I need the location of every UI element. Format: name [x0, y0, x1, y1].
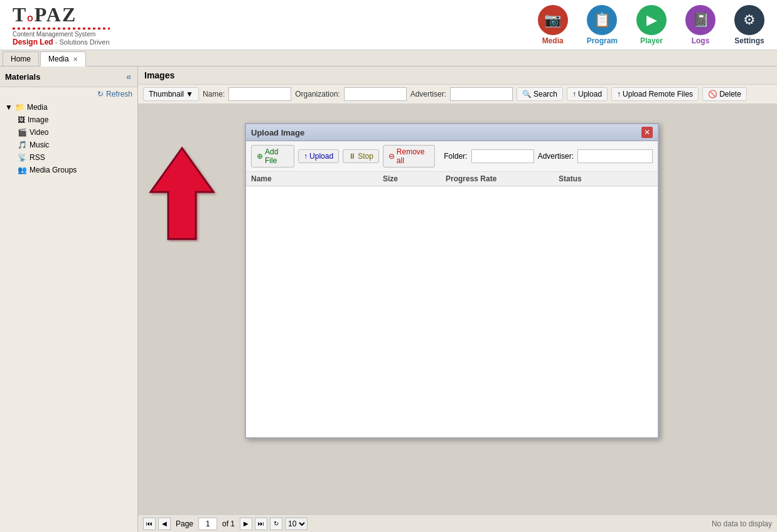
add-file-icon: ⊕ — [257, 152, 263, 161]
arrow-annotation — [144, 142, 220, 244]
tree-music[interactable]: 🎵 Music — [13, 139, 137, 151]
no-data-label: No data to display — [712, 519, 772, 528]
toolbar: Thumbnail ▼ Name: Organization: Advertis… — [138, 85, 777, 104]
reload-button[interactable]: ↻ — [270, 518, 282, 530]
nav-icons: 📷 Media 📋 Program ▶ Player 📓 Logs ⚙ Sett… — [538, 5, 764, 45]
name-label: Name: — [203, 90, 225, 98]
refresh-label: Refresh — [106, 90, 132, 98]
tab-bar: Home Media ✕ — [0, 50, 777, 66]
tree-children: 🖼 Image 🎬 Video 🎵 Music 📡 RSS 👥 Media Gr… — [0, 114, 137, 176]
nav-media[interactable]: 📷 Media — [538, 5, 568, 45]
nav-logs[interactable]: 📓 Logs — [685, 5, 715, 45]
tree-media-groups-label: Media Groups — [29, 166, 77, 174]
add-file-label: Add File — [265, 147, 289, 165]
tree-image-label: Image — [28, 115, 48, 124]
media-icon-circle: 📷 — [538, 5, 568, 35]
tab-media-close[interactable]: ✕ — [73, 56, 78, 63]
org-label: Organization: — [295, 90, 340, 98]
dialog-title: Upload Image — [251, 128, 304, 137]
delete-button[interactable]: 🚫 Delete — [702, 87, 747, 101]
tree-media-root[interactable]: ▼ 📁 Media — [0, 101, 137, 114]
program-icon-circle: 📋 — [587, 5, 617, 35]
logo-area: TOPAZ Content Management System Design L… — [13, 3, 110, 46]
dialog-close-button[interactable]: ✕ — [641, 127, 653, 138]
tab-home[interactable]: Home — [3, 51, 39, 66]
sidebar-title: Materials — [5, 72, 40, 82]
sidebar: Materials « ↻ Refresh ▼ 📁 Media 🖼 Image … — [0, 66, 138, 532]
dialog-advertiser-input[interactable] — [577, 149, 653, 163]
last-page-button[interactable]: ⏭ — [255, 518, 267, 530]
folder-input[interactable] — [471, 149, 534, 163]
logs-icon-circle: 📓 — [685, 5, 715, 35]
sidebar-refresh-button[interactable]: ↻ Refresh — [0, 87, 137, 101]
thumbnail-dropdown-icon: ▼ — [186, 90, 193, 98]
nav-settings-label: Settings — [734, 36, 764, 45]
folder-icon: 📁 — [15, 103, 24, 112]
logo-text: TOPAZ — [13, 3, 110, 26]
content-header: Images — [138, 66, 777, 85]
dialog-titlebar: Upload Image ✕ — [246, 124, 658, 141]
delete-label: Delete — [719, 90, 741, 98]
nav-settings[interactable]: ⚙ Settings — [734, 5, 764, 45]
svg-marker-0 — [151, 148, 213, 239]
dialog-upload-label: Upload — [309, 152, 333, 161]
first-page-button[interactable]: ⏮ — [143, 518, 156, 530]
main-layout: Materials « ↻ Refresh ▼ 📁 Media 🖼 Image … — [0, 66, 777, 532]
upload-remote-button[interactable]: ↑ Upload Remote Files — [611, 87, 699, 101]
nav-media-label: Media — [542, 36, 564, 45]
media-groups-icon: 👥 — [18, 166, 27, 174]
player-icon-circle: ▶ — [636, 5, 667, 35]
tree-video[interactable]: 🎬 Video — [13, 126, 137, 139]
page-size-select[interactable]: 10 25 50 — [285, 518, 308, 530]
delete-icon: 🚫 — [708, 90, 717, 98]
dialog-stop-button[interactable]: ⏸ Stop — [343, 149, 379, 163]
nav-player-label: Player — [640, 36, 663, 45]
logo-tagline: Design Led - Solutions Driven — [13, 38, 110, 46]
thumbnail-button[interactable]: Thumbnail ▼ — [143, 87, 199, 101]
org-input[interactable] — [344, 87, 407, 101]
prev-page-button[interactable]: ◀ — [158, 518, 171, 530]
dialog-table-header: Name Size Progress Rate Status — [246, 172, 658, 186]
nav-program-label: Program — [587, 36, 618, 45]
sidebar-collapse-button[interactable]: « — [125, 70, 132, 83]
arrow-svg — [144, 142, 220, 242]
upload-remote-label: Upload Remote Files — [623, 90, 693, 98]
upload-button[interactable]: ↑ Upload — [567, 87, 608, 101]
upload-label: Upload — [578, 90, 602, 98]
next-page-button[interactable]: ▶ — [240, 518, 252, 530]
upload-dialog: Upload Image ✕ ⊕ Add File ↑ Upload ⏸ Sto… — [245, 123, 659, 439]
nav-player[interactable]: ▶ Player — [636, 5, 667, 45]
tab-media[interactable]: Media ✕ — [40, 51, 86, 66]
page-of-label: of 1 — [222, 519, 235, 528]
col-status: Status — [559, 174, 634, 183]
dialog-toolbar: ⊕ Add File ↑ Upload ⏸ Stop ⊖ Remove all — [246, 141, 658, 172]
upload-remote-icon: ↑ — [617, 90, 621, 98]
col-actions — [634, 174, 653, 183]
col-size: Size — [383, 174, 446, 183]
video-icon: 🎬 — [18, 128, 27, 137]
sidebar-header: Materials « — [0, 66, 137, 87]
tree-rss[interactable]: 📡 RSS — [13, 151, 137, 164]
page-number-input[interactable]: 1 — [198, 518, 217, 530]
dialog-upload-button[interactable]: ↑ Upload — [298, 149, 339, 163]
dialog-remove-all-button[interactable]: ⊖ Remove all — [383, 145, 435, 168]
tree-image[interactable]: 🖼 Image — [13, 114, 137, 126]
dialog-body — [246, 186, 658, 437]
logo-underline — [13, 28, 110, 29]
main-content: Upload Image ✕ ⊕ Add File ↑ Upload ⏸ Sto… — [138, 104, 777, 514]
tab-media-label: Media — [48, 55, 69, 63]
stop-icon: ⏸ — [348, 152, 356, 161]
nav-logs-label: Logs — [692, 36, 710, 45]
tree-media-groups[interactable]: 👥 Media Groups — [13, 164, 137, 176]
dialog-remove-all-label: Remove all — [397, 147, 429, 165]
search-button[interactable]: 🔍 Search — [517, 87, 563, 101]
refresh-icon: ↻ — [97, 90, 104, 98]
page-label: Page — [176, 519, 193, 528]
nav-program[interactable]: 📋 Program — [587, 5, 618, 45]
thumbnail-label: Thumbnail — [149, 90, 184, 98]
add-file-button[interactable]: ⊕ Add File — [251, 145, 294, 168]
advertiser-input[interactable] — [450, 87, 513, 101]
upload-icon: ↑ — [572, 90, 576, 98]
name-input[interactable] — [228, 87, 291, 101]
folder-label: Folder: — [444, 152, 467, 161]
